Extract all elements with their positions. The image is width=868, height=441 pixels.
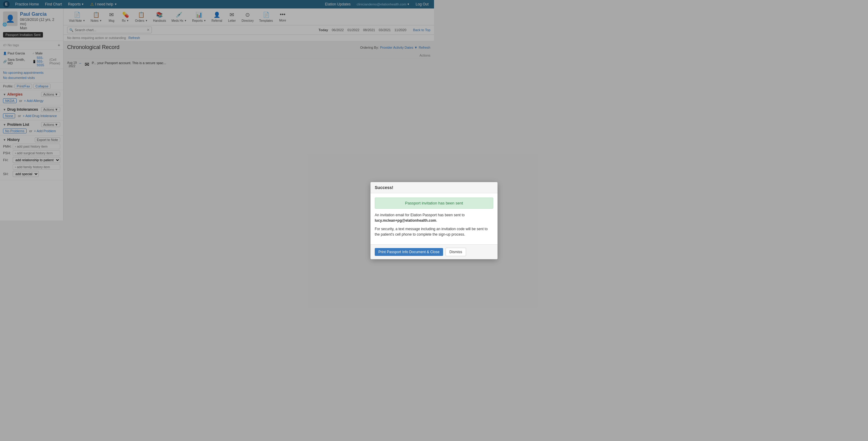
success-message-box: Passport invitation has been sent: [375, 197, 434, 209]
modal-body-text-1: An invitation email for Elation Passport…: [375, 212, 434, 221]
modal-header: Success!: [371, 182, 434, 193]
modal-body: Passport invitation has been sent An inv…: [371, 193, 434, 221]
modal-email: lucy.mclean+pg@elationhealth.com: [375, 218, 434, 221]
modal-overlay[interactable]: Success! Passport invitation has been se…: [0, 0, 434, 220]
success-modal: Success! Passport invitation has been se…: [371, 182, 434, 221]
modal-title: Success!: [375, 185, 434, 190]
